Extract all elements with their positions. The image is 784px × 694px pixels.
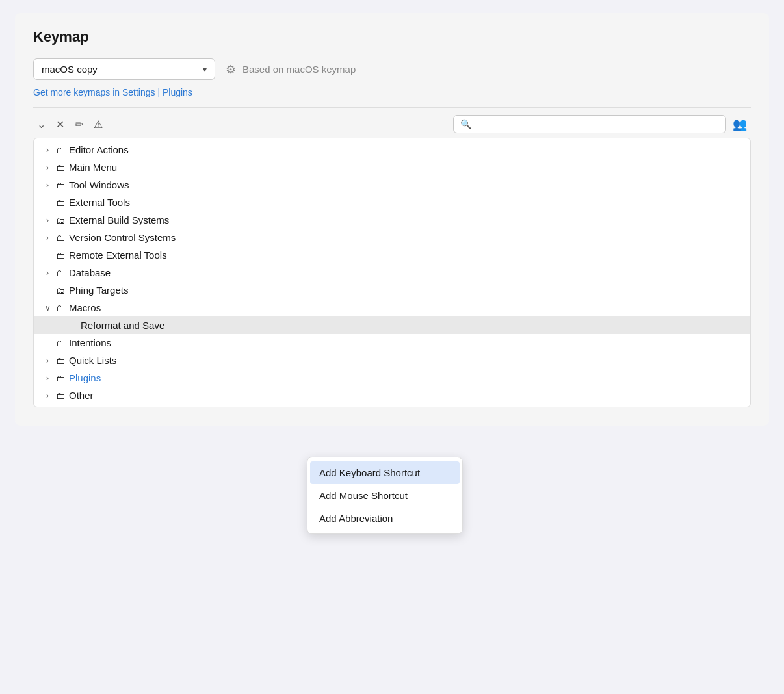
search-icon: 🔍 <box>460 119 471 129</box>
panel-title: Keymap <box>33 29 751 45</box>
item-label-database: Database <box>69 267 111 278</box>
remove-button[interactable]: ✕ <box>52 116 68 133</box>
tree-item-other[interactable]: ›🗀Other <box>34 387 750 404</box>
keymap-selector-row: macOS copy ▾ ⚙ Based on macOS keymap <box>33 58 751 80</box>
warning-button[interactable]: ⚠ <box>90 116 107 133</box>
tree-item-version-control-systems[interactable]: ›🗀Version Control Systems <box>34 229 750 246</box>
toolbar: ⌄ ✕ ✏ ⚠ 🔍 👥 <box>33 114 751 134</box>
folder-icon: 🗀 <box>56 180 65 190</box>
tree-item-reformat-and-save[interactable]: Reformat and Save <box>34 316 750 334</box>
item-label-other: Other <box>69 390 94 401</box>
chevron-down-icon: ▾ <box>203 65 207 74</box>
chevron-icon[interactable]: › <box>42 374 53 383</box>
context-menu: Add Keyboard ShortcutAdd Mouse ShortcutA… <box>307 457 463 534</box>
item-label-quick-lists: Quick Lists <box>69 355 116 366</box>
user-filter-button[interactable]: 👥 <box>729 114 751 134</box>
gear-icon[interactable]: ⚙ <box>224 61 237 78</box>
tree-list: ›🗀Editor Actions›🗀Main Menu›🗀Tool Window… <box>34 141 750 404</box>
tree-item-phing-targets[interactable]: 🗂Phing Targets <box>34 281 750 299</box>
folder-icon: 🗀 <box>56 145 65 155</box>
tree-container: ›🗀Editor Actions›🗀Main Menu›🗀Tool Window… <box>33 138 751 407</box>
folder-icon: 🗀 <box>56 355 65 366</box>
item-label-phing-targets: Phing Targets <box>69 285 128 296</box>
chevron-icon[interactable]: › <box>42 356 53 365</box>
collapse-all-button[interactable]: ⌄ <box>33 116 49 133</box>
folder-icon: 🗀 <box>56 338 65 348</box>
tree-item-editor-actions[interactable]: ›🗀Editor Actions <box>34 141 750 159</box>
tree-item-external-build-systems[interactable]: ›🗂External Build Systems <box>34 211 750 229</box>
context-menu-item-add-mouse-shortcut[interactable]: Add Mouse Shortcut <box>307 484 462 507</box>
chevron-icon[interactable]: ∨ <box>42 303 53 313</box>
gear-area: ⚙ Based on macOS keymap <box>224 61 356 78</box>
keymap-selected-value: macOS copy <box>42 64 98 75</box>
search-input[interactable] <box>475 119 719 129</box>
tree-item-plugins[interactable]: ›🗀Plugins <box>34 369 750 387</box>
item-label-reformat-and-save: Reformat and Save <box>81 320 164 331</box>
item-label-tool-windows: Tool Windows <box>69 179 129 190</box>
context-menu-item-add-keyboard-shortcut[interactable]: Add Keyboard Shortcut <box>310 461 460 484</box>
search-box: 🔍 <box>453 115 726 133</box>
tree-item-remote-external-tools[interactable]: 🗀Remote External Tools <box>34 246 750 264</box>
item-label-external-tools: External Tools <box>69 197 130 208</box>
folder-icon: 🗀 <box>56 162 65 173</box>
divider <box>33 107 751 108</box>
tree-item-intentions[interactable]: 🗀Intentions <box>34 334 750 352</box>
chevron-icon[interactable]: › <box>42 391 53 400</box>
tree-item-macros[interactable]: ∨🗀Macros <box>34 299 750 316</box>
keymap-panel: Keymap macOS copy ▾ ⚙ Based on macOS key… <box>15 13 769 426</box>
gear-folder-icon: 🗂 <box>56 215 65 225</box>
chevron-icon[interactable]: › <box>42 163 53 172</box>
chevron-icon[interactable]: › <box>42 216 53 225</box>
chevron-icon[interactable]: › <box>42 233 53 242</box>
item-label-intentions: Intentions <box>69 337 111 348</box>
folder-icon: 🗀 <box>56 268 65 278</box>
chevron-icon[interactable]: › <box>42 146 53 155</box>
edit-button[interactable]: ✏ <box>71 116 87 133</box>
item-label-plugins: Plugins <box>69 372 101 383</box>
item-label-editor-actions: Editor Actions <box>69 144 129 155</box>
tree-item-quick-lists[interactable]: ›🗀Quick Lists <box>34 352 750 369</box>
folder-icon: 🗀 <box>56 233 65 243</box>
folder-icon: 🗀 <box>56 391 65 401</box>
tree-item-external-tools[interactable]: 🗀External Tools <box>34 194 750 211</box>
item-label-external-build-systems: External Build Systems <box>69 214 169 225</box>
settings-plugins-link[interactable]: Get more keymaps in Settings | Plugins <box>33 87 192 97</box>
keymap-dropdown[interactable]: macOS copy ▾ <box>33 58 215 80</box>
chevron-icon[interactable]: › <box>42 181 53 190</box>
folder-icon: 🗀 <box>56 303 65 313</box>
item-label-main-menu: Main Menu <box>69 162 117 173</box>
folder-icon: 🗀 <box>56 373 65 383</box>
folder-icon: 🗂 <box>56 285 65 296</box>
chevron-icon[interactable]: › <box>42 268 53 277</box>
item-label-macros: Macros <box>69 302 101 313</box>
based-on-text: Based on macOS keymap <box>242 64 356 75</box>
folder-icon: 🗀 <box>56 198 65 208</box>
item-label-version-control-systems: Version Control Systems <box>69 232 176 243</box>
context-menu-item-add-abbreviation[interactable]: Add Abbreviation <box>307 507 462 530</box>
item-label-remote-external-tools: Remote External Tools <box>69 250 167 261</box>
tree-item-tool-windows[interactable]: ›🗀Tool Windows <box>34 176 750 194</box>
folder-icon: 🗀 <box>56 250 65 261</box>
tree-item-database[interactable]: ›🗀Database <box>34 264 750 281</box>
tree-item-main-menu[interactable]: ›🗀Main Menu <box>34 159 750 176</box>
